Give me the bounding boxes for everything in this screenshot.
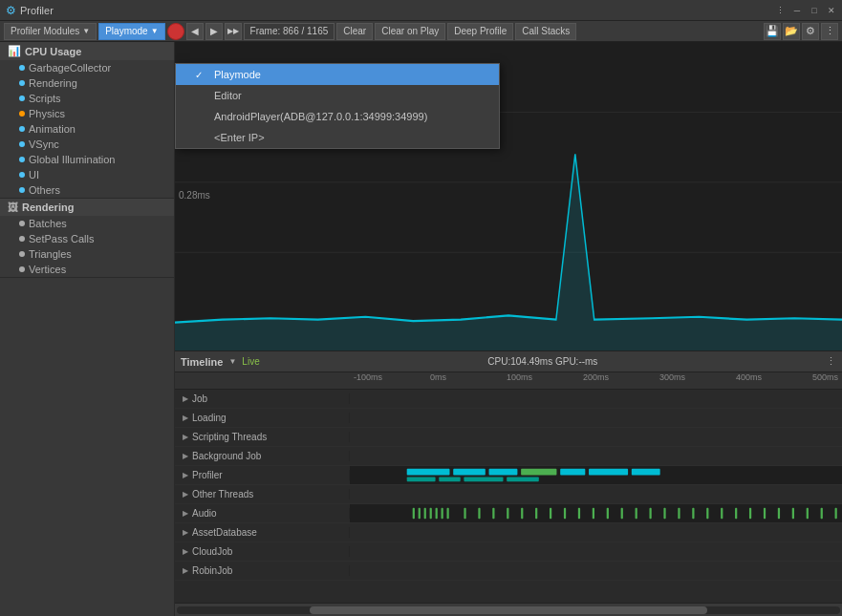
- sidebar-item-scripts[interactable]: Scripts: [0, 91, 174, 106]
- vertices-dot: [19, 266, 25, 272]
- timeline-row-bgjob[interactable]: ▶ Background Job: [175, 447, 842, 466]
- svg-rect-14: [507, 477, 539, 481]
- sidebar-item-vertices[interactable]: Vertices: [0, 262, 174, 277]
- more-options-btn[interactable]: ⋮: [773, 4, 787, 17]
- scrollbar-thumb[interactable]: [310, 606, 707, 614]
- timeline-row-profiler[interactable]: ▶ Profiler: [175, 466, 842, 485]
- clear-button[interactable]: Clear: [336, 23, 373, 40]
- timeline-row-audio[interactable]: ▶ Audio: [175, 504, 842, 523]
- batches-dot: [19, 221, 25, 226]
- cloudjob-content: [350, 542, 842, 561]
- sidebar-item-vsync[interactable]: VSync: [0, 137, 174, 152]
- dropdown-item-android[interactable]: AndroidPlayer(ADB@127.0.0.1:34999:34999): [176, 106, 499, 127]
- close-btn[interactable]: ✕: [825, 4, 838, 17]
- scrollbar-track[interactable]: [177, 606, 840, 614]
- last-frame-btn[interactable]: ▶▶: [225, 23, 242, 40]
- rendering-section-header[interactable]: 🖼 Rendering: [0, 199, 174, 216]
- clear-on-play-button[interactable]: Clear on Play: [375, 23, 445, 40]
- ui-dot: [19, 172, 25, 178]
- svg-rect-21: [447, 508, 449, 519]
- timeline-row-loading[interactable]: ▶ Loading: [175, 409, 842, 428]
- sidebar-item-ui[interactable]: UI: [0, 167, 174, 182]
- sidebar-item-rendering[interactable]: Rendering: [0, 75, 174, 91]
- job-text: Job: [192, 393, 207, 404]
- timeline-row-otherthreads[interactable]: ▶ Other Threads: [175, 485, 842, 504]
- modules-dropdown[interactable]: Profiler Modules ▼: [4, 23, 97, 40]
- sidebar-item-gc[interactable]: GarbageCollector: [0, 60, 174, 75]
- dropdown-item-editor[interactable]: Editor: [176, 85, 499, 106]
- svg-rect-32: [607, 508, 609, 519]
- cpu-usage-header[interactable]: 📊 CPU Usage: [0, 42, 174, 60]
- animation-dot: [19, 126, 25, 132]
- timeline-cpu: CPU:104.49ms GPU:--ms: [266, 356, 820, 367]
- svg-rect-35: [649, 508, 651, 519]
- playmode-dropdown-menu: ✓ Playmode Editor AndroidPlayer(ADB@127.…: [175, 63, 500, 149]
- sidebar-item-others[interactable]: Others: [0, 182, 174, 198]
- loading-content: [350, 409, 842, 427]
- sidebar-item-physics[interactable]: Physics: [0, 106, 174, 121]
- gi-label: Global Illumination: [29, 154, 116, 165]
- right-panel: 33ms (30FPS) 16ms (60FPS) 0.28ms Timelin…: [175, 42, 842, 616]
- save-btn[interactable]: 💾: [764, 23, 781, 40]
- sidebar-item-triangles[interactable]: Triangles: [0, 246, 174, 262]
- modules-arrow: ▼: [82, 27, 90, 35]
- sidebar-item-batches[interactable]: Batches: [0, 216, 174, 231]
- next-frame-btn[interactable]: ▶: [205, 23, 223, 40]
- audio-text: Audio: [192, 508, 217, 519]
- prev-frame-btn[interactable]: ◀: [186, 23, 204, 40]
- svg-rect-47: [821, 508, 823, 519]
- svg-rect-24: [492, 508, 494, 519]
- dropdown-item-enterip[interactable]: <Enter IP>: [176, 127, 499, 148]
- svg-rect-41: [735, 508, 737, 519]
- maximize-btn[interactable]: □: [808, 4, 821, 17]
- playmode-label: Playmode: [105, 26, 147, 36]
- record-button[interactable]: [167, 23, 184, 40]
- sidebar-item-gi[interactable]: Global Illumination: [0, 152, 174, 167]
- deep-profile-button[interactable]: Deep Profile: [447, 23, 513, 40]
- tick-100: 100ms: [507, 372, 532, 382]
- settings-btn[interactable]: ⚙: [802, 23, 819, 40]
- timeline-row-job[interactable]: ▶ Job: [175, 390, 842, 409]
- call-stacks-button[interactable]: Call Stacks: [515, 23, 576, 40]
- triangles-label: Triangles: [29, 248, 72, 260]
- sidebar-item-animation[interactable]: Animation: [0, 121, 174, 137]
- gc-label: GarbageCollector: [29, 62, 111, 74]
- svg-rect-29: [564, 508, 566, 519]
- ui-label: UI: [29, 169, 39, 181]
- svg-rect-36: [663, 508, 665, 519]
- profiler-chevron: ▶: [183, 471, 188, 479]
- tick-400: 400ms: [736, 372, 762, 382]
- timeline-dropdown-arrow[interactable]: ▼: [228, 357, 236, 366]
- sidebar-item-setpass[interactable]: SetPass Calls: [0, 231, 174, 246]
- svg-rect-10: [632, 469, 660, 476]
- timeline-menu-btn[interactable]: ⋮: [826, 355, 836, 368]
- otherthreads-content: [350, 485, 842, 503]
- timeline-row-robinjob[interactable]: ▶ RobinJob: [175, 562, 842, 581]
- profiler-text: Profiler: [192, 470, 223, 480]
- robinjob-text: RobinJob: [192, 565, 232, 576]
- timeline-row-scripting[interactable]: ▶ Scripting Threads: [175, 428, 842, 447]
- svg-rect-20: [442, 508, 443, 519]
- more-btn[interactable]: ⋮: [821, 23, 838, 40]
- bgjob-chevron: ▶: [183, 452, 188, 460]
- timeline-row-cloudjob[interactable]: ▶ CloudJob: [175, 542, 842, 562]
- timeline-row-assetdb[interactable]: ▶ AssetDatabase: [175, 523, 842, 542]
- scripting-content: [350, 428, 842, 446]
- load-btn[interactable]: 📂: [783, 23, 800, 40]
- batches-label: Batches: [29, 218, 67, 229]
- timeline-panel: Timeline ▼ Live CPU:104.49ms GPU:--ms ⋮ …: [175, 350, 842, 616]
- playmode-arrow: ▼: [151, 27, 159, 35]
- cloudjob-text: CloudJob: [192, 546, 232, 557]
- rendering-icon: 🖼: [8, 202, 18, 213]
- loading-text: Loading: [192, 413, 227, 423]
- otherthreads-label: ▶ Other Threads: [175, 489, 350, 499]
- minimize-btn[interactable]: ─: [790, 4, 804, 17]
- audio-bars-svg: [350, 504, 842, 522]
- svg-rect-28: [550, 508, 551, 519]
- window-title: Profiler: [20, 5, 54, 16]
- svg-rect-26: [521, 508, 523, 519]
- dropdown-item-playmode[interactable]: ✓ Playmode: [176, 64, 499, 85]
- svg-rect-42: [749, 508, 751, 519]
- h-scrollbar[interactable]: [175, 603, 842, 616]
- playmode-dropdown[interactable]: Playmode ▼: [98, 23, 164, 40]
